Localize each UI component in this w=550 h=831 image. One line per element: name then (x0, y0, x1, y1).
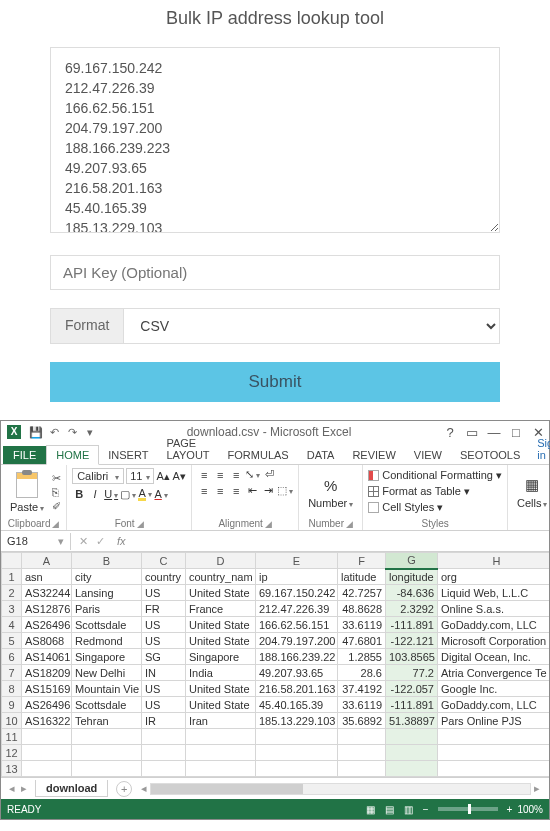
qat-customize-icon[interactable]: ▾ (81, 426, 99, 439)
cell[interactable]: org (438, 569, 550, 585)
api-key-input[interactable] (50, 255, 500, 290)
format-as-table-button[interactable]: Format as Table ▾ (368, 484, 470, 498)
cell[interactable]: AS26496 (22, 617, 72, 633)
cell[interactable]: Singapore (186, 649, 256, 665)
spreadsheet-grid[interactable]: ABCDEFGH1asncitycountrycountry_namiplati… (1, 552, 549, 777)
font-size-select[interactable]: 11 (126, 468, 154, 484)
align-top-icon[interactable]: ≡ (197, 469, 211, 481)
cell[interactable]: 2.3292 (386, 601, 438, 617)
align-middle-icon[interactable]: ≡ (213, 469, 227, 481)
cell[interactable]: US (142, 585, 186, 601)
cell[interactable] (386, 729, 438, 745)
col-header-C[interactable]: C (142, 553, 186, 569)
tab-home[interactable]: HOME (46, 445, 99, 465)
view-normal-icon[interactable]: ▦ (361, 804, 380, 815)
row-header[interactable]: 10 (2, 713, 22, 729)
row-header[interactable]: 6 (2, 649, 22, 665)
maximize-icon[interactable]: □ (505, 425, 527, 440)
cell[interactable]: Iran (186, 713, 256, 729)
font-color-icon[interactable]: A (154, 488, 168, 500)
font-name-select[interactable]: Calibri (72, 468, 124, 484)
row-header[interactable]: 1 (2, 569, 22, 585)
row-header[interactable]: 11 (2, 729, 22, 745)
cell[interactable]: -111.891 (386, 617, 438, 633)
cell[interactable]: US (142, 633, 186, 649)
cell[interactable] (256, 761, 338, 777)
cell[interactable]: GoDaddy.com, LLC (438, 617, 550, 633)
accept-formula-icon[interactable]: ✓ (96, 535, 105, 548)
cell[interactable]: 212.47.226.39 (256, 601, 338, 617)
col-header-F[interactable]: F (338, 553, 386, 569)
cell[interactable] (386, 745, 438, 761)
tab-view[interactable]: VIEW (405, 446, 451, 464)
tab-file[interactable]: FILE (3, 446, 46, 464)
decrease-indent-icon[interactable]: ⇤ (245, 484, 259, 497)
cell[interactable]: AS16322 (22, 713, 72, 729)
cell[interactable]: Singapore (72, 649, 142, 665)
cell[interactable]: 33.6119 (338, 697, 386, 713)
row-header[interactable]: 7 (2, 665, 22, 681)
qat-redo-icon[interactable]: ↷ (63, 426, 81, 439)
cell[interactable] (256, 745, 338, 761)
fill-color-icon[interactable]: A (138, 487, 152, 501)
cell[interactable]: FR (142, 601, 186, 617)
cell[interactable]: AS14061 (22, 649, 72, 665)
col-header-E[interactable]: E (256, 553, 338, 569)
cell[interactable]: Paris (72, 601, 142, 617)
tab-seotools[interactable]: SEOTOOLS (451, 446, 529, 464)
cell[interactable]: India (186, 665, 256, 681)
sheet-tab[interactable]: download (35, 780, 108, 797)
col-header-B[interactable]: B (72, 553, 142, 569)
horizontal-scrollbar[interactable]: ◂ ▸ (132, 782, 549, 795)
cell[interactable] (22, 761, 72, 777)
align-center-icon[interactable]: ≡ (213, 485, 227, 497)
cell[interactable]: IR (142, 713, 186, 729)
cell[interactable] (438, 761, 550, 777)
cell[interactable]: -111.891 (386, 697, 438, 713)
view-layout-icon[interactable]: ▤ (380, 804, 399, 815)
cell[interactable]: AS15169 (22, 681, 72, 697)
format-select[interactable]: CSV (123, 308, 500, 344)
cell[interactable]: United State (186, 633, 256, 649)
cell[interactable]: 216.58.201.163 (256, 681, 338, 697)
row-header[interactable]: 4 (2, 617, 22, 633)
cell[interactable] (338, 729, 386, 745)
row-header[interactable]: 3 (2, 601, 22, 617)
cell[interactable]: Liquid Web, L.L.C (438, 585, 550, 601)
cell[interactable]: 47.6801 (338, 633, 386, 649)
cell[interactable]: AS12876 (22, 601, 72, 617)
cell[interactable]: AS32244 (22, 585, 72, 601)
qat-save-icon[interactable]: 💾 (27, 426, 45, 439)
cell[interactable]: France (186, 601, 256, 617)
align-bottom-icon[interactable]: ≡ (229, 469, 243, 481)
cell[interactable]: Google Inc. (438, 681, 550, 697)
cell[interactable]: 69.167.150.242 (256, 585, 338, 601)
cell[interactable] (438, 729, 550, 745)
cell[interactable]: SG (142, 649, 186, 665)
cell[interactable]: longitude (386, 569, 438, 585)
paste-button[interactable]: Paste (6, 472, 48, 513)
col-header-A[interactable]: A (22, 553, 72, 569)
cell[interactable]: Digital Ocean, Inc. (438, 649, 550, 665)
zoom-out-icon[interactable]: − (418, 804, 434, 815)
cell[interactable]: AS8068 (22, 633, 72, 649)
cell-styles-button[interactable]: Cell Styles ▾ (368, 500, 443, 514)
row-header[interactable]: 2 (2, 585, 22, 601)
merge-icon[interactable]: ⬚ (277, 484, 293, 497)
conditional-formatting-button[interactable]: Conditional Formatting ▾ (368, 468, 502, 482)
cell[interactable]: country (142, 569, 186, 585)
wrap-text-icon[interactable]: ⏎ (262, 468, 276, 481)
ip-textarea[interactable]: 69.167.150.242 212.47.226.39 166.62.56.1… (50, 47, 500, 233)
cell[interactable]: country_nam (186, 569, 256, 585)
cell[interactable]: Pars Online PJS (438, 713, 550, 729)
cell[interactable] (386, 761, 438, 777)
ribbon-options-icon[interactable]: ▭ (461, 425, 483, 440)
row-header[interactable]: 5 (2, 633, 22, 649)
cut-icon[interactable]: ✂ (52, 472, 61, 485)
cell[interactable] (72, 761, 142, 777)
cell[interactable]: AS26496 (22, 697, 72, 713)
qat-undo-icon[interactable]: ↶ (45, 426, 63, 439)
tab-insert[interactable]: INSERT (99, 446, 157, 464)
cell[interactable]: AS18209 (22, 665, 72, 681)
cell[interactable]: Atria Convergence Te (438, 665, 550, 681)
